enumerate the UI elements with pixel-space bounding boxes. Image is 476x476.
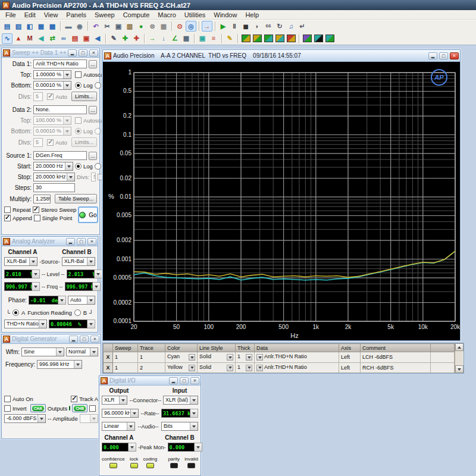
- menu-macro[interactable]: Macro: [154, 11, 180, 19]
- top-combo[interactable]: 1.00000 %: [33, 70, 71, 79]
- line-style-cell[interactable]: Solid: [198, 362, 236, 373]
- chevron-down-icon[interactable]: [190, 422, 198, 430]
- new-test-icon[interactable]: ▤: [2, 21, 12, 32]
- graph-preset-5-icon[interactable]: [286, 33, 296, 44]
- source-log-radio[interactable]: [75, 163, 82, 170]
- chevron-down-icon[interactable]: [63, 82, 71, 89]
- divs2-auto-checkbox[interactable]: [47, 139, 54, 146]
- chevron-down-icon[interactable]: [74, 361, 82, 368]
- menu-file[interactable]: File: [1, 11, 20, 19]
- digital-analyzer-icon[interactable]: ◀: [36, 33, 46, 44]
- stop-combo[interactable]: 20.0000 kHz: [33, 173, 75, 181]
- amplitude-combo[interactable]: -6.000 dBFS: [4, 414, 46, 423]
- color-cell[interactable]: Yellow: [165, 362, 198, 373]
- dsp-panel-icon[interactable]: ▣: [81, 33, 92, 44]
- chevron-down-icon[interactable]: [93, 282, 101, 291]
- menu-edit[interactable]: Edit: [20, 11, 40, 19]
- chevron-down-icon[interactable]: [256, 354, 263, 361]
- connector-out-combo[interactable]: XLR: [102, 396, 127, 405]
- chevron-down-icon[interactable]: [29, 258, 37, 265]
- print-icon[interactable]: ▬: [63, 21, 74, 32]
- invert-a-checkbox[interactable]: [4, 405, 11, 412]
- chevron-down-icon[interactable]: [63, 127, 71, 135]
- trace-on-cell[interactable]: X: [104, 362, 113, 373]
- hardware-status-icon[interactable]: ≡: [208, 33, 219, 44]
- start-combo[interactable]: 20.0000 Hz: [33, 162, 73, 171]
- audio-in-combo[interactable]: Bits: [161, 422, 198, 431]
- color-cell[interactable]: Cyan: [165, 352, 198, 363]
- minimize-icon[interactable]: ▂: [69, 336, 78, 343]
- data-cell[interactable]: Anlr.THD+N Ratio: [255, 352, 339, 363]
- graph-preset-6-icon[interactable]: [302, 33, 312, 44]
- repeat-checkbox[interactable]: [4, 206, 11, 213]
- graph-window-titlebar[interactable]: A Audio Precision A-A 2 CHANNEL THD vs F…: [103, 50, 460, 62]
- table-sweep-button[interactable]: Table Sweep...: [55, 194, 97, 203]
- converter-icon[interactable]: ⇄: [47, 33, 58, 44]
- chevron-down-icon[interactable]: [67, 173, 74, 181]
- close-icon[interactable]: ✕: [190, 377, 199, 384]
- undo-icon[interactable]: ↶: [90, 21, 101, 32]
- divs-auto-checkbox[interactable]: [47, 93, 54, 100]
- chevron-down-icon[interactable]: [63, 71, 71, 79]
- save-data-icon[interactable]: ▩: [47, 21, 58, 32]
- bottom-combo[interactable]: 0.00010 %: [33, 81, 71, 90]
- binocular-icon[interactable]: ∞: [58, 33, 69, 44]
- chevron-down-icon[interactable]: [90, 348, 98, 356]
- multiply-input[interactable]: 1.25893: [33, 195, 51, 203]
- menu-window[interactable]: Window: [209, 11, 241, 19]
- trace-on-cell[interactable]: X: [104, 352, 113, 363]
- data-cell[interactable]: Anlr.THD+N Ratio: [255, 362, 339, 373]
- chevron-down-icon[interactable]: [256, 365, 263, 371]
- menu-panels[interactable]: Panels: [62, 11, 90, 19]
- maximize-icon[interactable]: ▢: [180, 377, 189, 384]
- chevron-down-icon[interactable]: [246, 365, 252, 371]
- source1-browse-button[interactable]: ...: [89, 152, 97, 160]
- thick-cell[interactable]: 1: [236, 352, 255, 363]
- save-all-icon[interactable]: ▦: [158, 21, 169, 32]
- limits2-button[interactable]: Limits...: [71, 137, 97, 147]
- data2-input[interactable]: None.: [33, 105, 87, 114]
- cha-output-button[interactable]: CHA: [30, 404, 46, 412]
- chevron-down-icon[interactable]: [58, 296, 66, 305]
- autoscale2-checkbox[interactable]: [75, 117, 82, 124]
- analog-analyzer-icon[interactable]: ▲: [13, 33, 24, 44]
- graph-preset-4-icon[interactable]: [274, 33, 285, 44]
- export-icon[interactable]: →: [202, 21, 212, 32]
- wfm-mode-combo[interactable]: Normal: [66, 347, 98, 356]
- data2-browse-button[interactable]: ...: [89, 106, 97, 114]
- source-lin-radio[interactable]: [95, 163, 101, 170]
- minimize-icon[interactable]: ▂: [68, 49, 77, 57]
- lin-radio[interactable]: [95, 82, 101, 89]
- link-red-icon[interactable]: ⊙: [174, 21, 185, 32]
- go-sweep-icon[interactable]: ▶: [218, 21, 228, 32]
- data-to-graph-icon[interactable]: →: [147, 33, 158, 44]
- maximize-icon[interactable]: ▢: [77, 238, 86, 245]
- menu-view[interactable]: View: [40, 11, 62, 19]
- lin2-radio[interactable]: [95, 128, 101, 134]
- log2-radio[interactable]: [75, 128, 82, 134]
- pause-sweep-icon[interactable]: ‖: [229, 21, 240, 32]
- chevron-down-icon[interactable]: [127, 422, 134, 430]
- chevron-down-icon[interactable]: [63, 117, 71, 124]
- menu-help[interactable]: Help: [241, 11, 263, 19]
- chevron-down-icon[interactable]: [129, 443, 136, 452]
- chevron-down-icon[interactable]: [227, 354, 233, 361]
- menu-utilities[interactable]: Utilities: [180, 11, 209, 19]
- settling-icon[interactable]: ✎: [108, 33, 119, 44]
- data-down-icon[interactable]: ↓: [158, 33, 169, 44]
- amplitude-b-combo[interactable]: [80, 414, 98, 423]
- close-icon[interactable]: ✕: [450, 52, 459, 60]
- digital-generator-icon[interactable]: M: [24, 33, 35, 44]
- chevron-down-icon[interactable]: [189, 365, 195, 371]
- chevron-down-icon[interactable]: [190, 409, 198, 418]
- divs-input[interactable]: 5: [33, 92, 43, 101]
- maximize-icon[interactable]: ▢: [79, 49, 87, 57]
- track-a-checkbox[interactable]: [71, 396, 77, 402]
- invert-b-checkbox[interactable]: [89, 405, 96, 412]
- graph-preset-1-icon[interactable]: [240, 33, 251, 44]
- graph-preset-8-icon[interactable]: [324, 33, 335, 44]
- chevron-down-icon[interactable]: [189, 354, 195, 361]
- log-radio[interactable]: [75, 82, 82, 89]
- source1-input[interactable]: DGen.Freq: [33, 151, 87, 160]
- append-checkbox[interactable]: [4, 215, 11, 221]
